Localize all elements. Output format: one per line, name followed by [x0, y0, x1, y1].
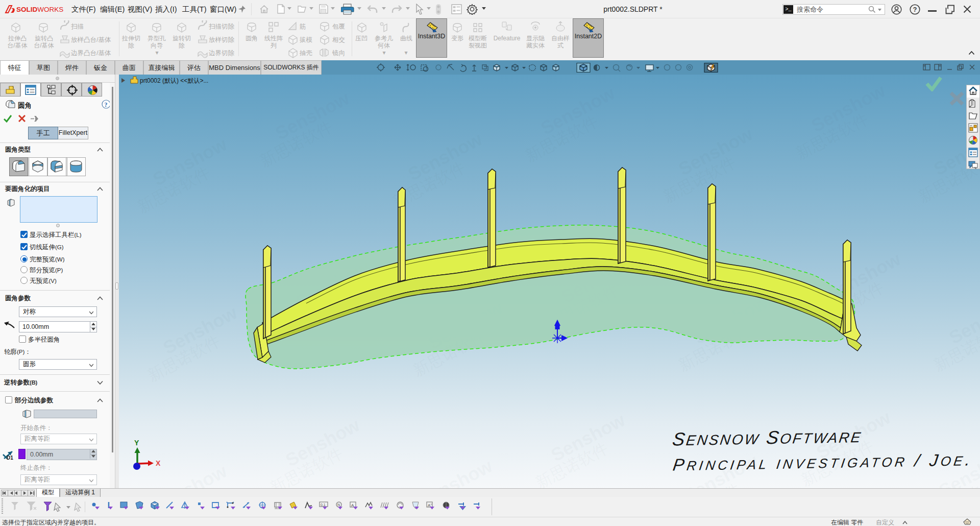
svg-text:X: X [156, 459, 161, 467]
svg-text:?: ? [913, 6, 917, 13]
svg-text:SOLIDWORKS: SOLIDWORKS [16, 6, 63, 13]
svg-text:?: ? [105, 101, 108, 108]
svg-text:N: N [337, 503, 340, 507]
svg-text:Y: Y [134, 439, 139, 447]
svg-text:0.1: 0.1 [321, 503, 326, 507]
svg-text:D1: D1 [7, 455, 13, 461]
